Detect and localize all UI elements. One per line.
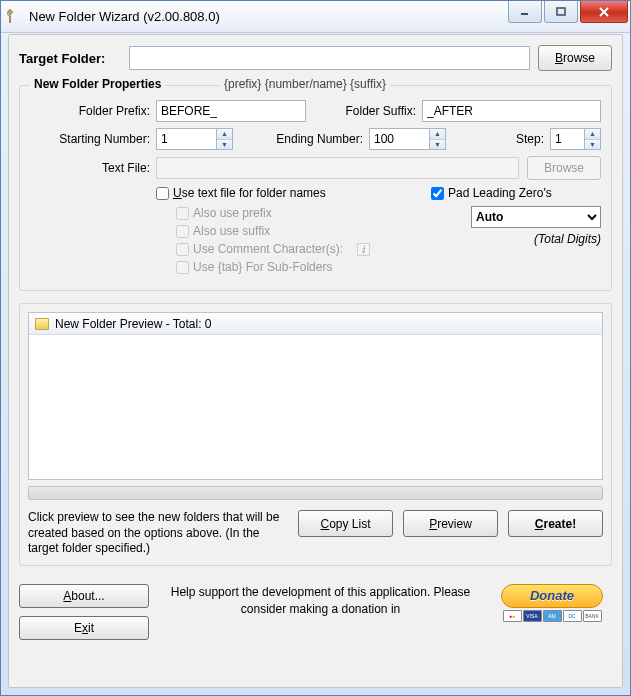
prefix-input[interactable] [156,100,306,122]
properties-group-title: New Folder Properties [30,77,165,91]
starting-number-input[interactable] [156,128,216,150]
about-button[interactable]: About... [19,584,149,608]
text-file-input [156,157,519,179]
use-textfile-checkbox[interactable]: Use text file for folder names [156,186,431,200]
close-button[interactable] [580,1,628,23]
preview-panel: New Folder Preview - Total: 0 Click prev… [19,303,612,566]
folder-icon [35,318,49,330]
preview-statusbar [28,486,603,500]
support-text: Help support the development of this app… [149,584,492,618]
minimize-button[interactable] [508,1,542,23]
use-comment-checkbox: Use Comment Character(s): [176,242,431,256]
donate-button[interactable]: Donate [501,584,603,608]
payment-cards-icon: ●● VISA AM DC BANK [503,610,602,622]
pad-mode-select[interactable]: Auto [471,206,601,228]
starting-number-spinner[interactable]: ▲▼ [216,128,233,150]
create-button[interactable]: Create! [508,510,603,537]
properties-group: New Folder Properties {prefix} {number/n… [19,85,612,291]
client-area: Target Folder: Browse New Folder Propert… [8,34,623,688]
also-suffix-checkbox: Also use suffix [176,224,431,238]
also-prefix-checkbox: Also use prefix [176,206,431,220]
pattern-hint: {prefix} {number/name} {suffix} [220,77,390,91]
title-bar: New Folder Wizard (v2.00.808.0) [1,1,630,33]
exit-button[interactable]: Exit [19,616,149,640]
preview-header: New Folder Preview - Total: 0 [55,317,212,331]
step-label: Step: [504,132,544,146]
svg-rect-4 [557,8,565,15]
pad-zeros-checkbox[interactable]: Pad Leading Zero's [431,186,601,200]
ending-number-input[interactable] [369,128,429,150]
copy-list-button[interactable]: Copy List [298,510,393,537]
hint-text: Click preview to see the new folders tha… [28,510,288,557]
target-folder-input[interactable] [129,46,530,70]
target-folder-label: Target Folder: [19,51,129,66]
app-icon [7,9,23,25]
step-input[interactable] [550,128,584,150]
preview-list[interactable]: New Folder Preview - Total: 0 [28,312,603,480]
total-digits-label: (Total Digits) [431,232,601,246]
prefix-label: Folder Prefix: [30,104,150,118]
suffix-label: Folder Suffix: [336,104,416,118]
browse-target-button[interactable]: Browse [538,45,612,71]
suffix-input[interactable] [422,100,601,122]
starting-number-label: Starting Number: [30,132,150,146]
step-spinner[interactable]: ▲▼ [584,128,601,150]
browse-textfile-button: Browse [527,156,601,180]
use-tab-checkbox: Use {tab} For Sub-Folders [176,260,431,274]
ending-number-label: Ending Number: [263,132,363,146]
text-file-label: Text File: [30,161,150,175]
comment-chars-input [357,243,370,256]
app-window: New Folder Wizard (v2.00.808.0) Target F… [0,0,631,696]
maximize-button[interactable] [544,1,578,23]
ending-number-spinner[interactable]: ▲▼ [429,128,446,150]
preview-button[interactable]: Preview [403,510,498,537]
